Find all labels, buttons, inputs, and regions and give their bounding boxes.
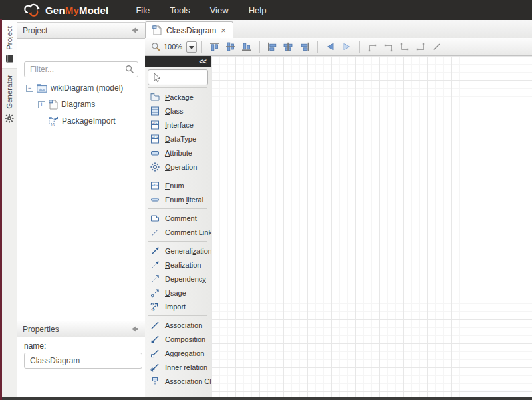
properties-panel-title: Properties xyxy=(23,325,59,334)
palette-item-label: Generalization xyxy=(165,247,211,255)
align-bottom-icon xyxy=(241,41,253,52)
align-middle-button[interactable] xyxy=(223,39,239,54)
palette-collapse-button[interactable]: << xyxy=(199,58,206,65)
palette-item-datatype[interactable]: «D» DataType xyxy=(145,132,211,146)
palette-separator xyxy=(148,208,207,209)
align-left-button[interactable] xyxy=(265,39,281,54)
palette-item-label: Class xyxy=(165,107,184,115)
palette-item-label: Composition xyxy=(165,335,205,343)
palette-item-usage[interactable]: Usage xyxy=(145,286,211,300)
side-tab-project[interactable]: Project xyxy=(2,20,17,69)
tab-classdiagram[interactable]: ClassDiagram × xyxy=(145,21,233,39)
palette-item-comment[interactable]: Comment xyxy=(145,211,211,225)
zoom-level-value: 100% xyxy=(164,43,182,51)
flip-left-icon xyxy=(325,41,336,52)
palette-item-dependency[interactable]: Dependency xyxy=(145,272,211,286)
filter-input[interactable] xyxy=(24,61,138,77)
menu-tools[interactable]: Tools xyxy=(160,1,200,19)
palette-item-realization[interactable]: Realization xyxy=(145,258,211,272)
palette-item-label: Interface xyxy=(165,121,194,129)
align-top-button[interactable] xyxy=(207,39,223,54)
link-rectilinear-4-icon xyxy=(415,41,426,53)
package-icon xyxy=(150,93,160,102)
dependency-icon xyxy=(150,274,160,284)
collapse-expander-icon[interactable]: − xyxy=(26,85,33,92)
palette-item-package[interactable]: Package xyxy=(145,90,211,104)
palette-item-attribute[interactable]: Attribute xyxy=(145,146,211,160)
palette-item-comment-link[interactable]: Comment Link xyxy=(145,225,211,239)
palette-item-label: Attribute xyxy=(165,149,192,157)
brand-logo[interactable]: GenMyModel xyxy=(23,2,108,18)
tree-label: Diagrams xyxy=(61,100,95,109)
palette-item-label: Dependency xyxy=(165,275,206,283)
svg-text:«E»: «E» xyxy=(152,183,158,187)
align-right-button[interactable] xyxy=(297,39,313,54)
palette-item-label: Enum xyxy=(165,182,184,190)
palette-item-label: Inner relation xyxy=(165,363,207,371)
name-field[interactable] xyxy=(24,353,142,369)
palette-item-import[interactable]: ‹I› Import xyxy=(145,300,211,313)
selection-tool-button[interactable] xyxy=(148,69,208,85)
align-middle-icon xyxy=(225,41,237,52)
align-right-icon xyxy=(299,41,311,52)
palette-group: «E» Enum Enum literal xyxy=(145,178,211,206)
model-icon xyxy=(37,84,47,93)
flip-left-button[interactable] xyxy=(323,39,338,54)
tree-row-package-import[interactable]: ‹I› PackageImport xyxy=(38,116,143,126)
palette-item-enum[interactable]: «E» Enum xyxy=(145,178,211,192)
filter-row xyxy=(24,61,138,77)
palette-item-aggregation[interactable]: Aggregation xyxy=(145,346,211,360)
link-style-2-button[interactable] xyxy=(380,39,396,54)
menu-help[interactable]: Help xyxy=(239,1,277,19)
palette-item-association-class[interactable]: Association Cl... xyxy=(145,374,211,388)
left-panel-column: Project − wikiDiagram (model) xyxy=(17,20,146,397)
menu-view[interactable]: View xyxy=(200,1,239,19)
menu-file[interactable]: File xyxy=(126,1,160,19)
tab-close-icon[interactable]: × xyxy=(221,26,226,35)
project-tree: − wikiDiagram (model) + Diagrams xyxy=(26,83,143,132)
link-rectilinear-3-icon xyxy=(399,41,410,53)
aggregation-icon xyxy=(150,349,160,358)
zoom-dropdown-button[interactable] xyxy=(186,41,197,53)
palette-item-operation[interactable]: Operation xyxy=(145,160,211,174)
palette-item-composition[interactable]: Composition xyxy=(145,332,211,346)
link-style-oblique-button[interactable] xyxy=(428,39,444,54)
palette-item-interface[interactable]: «I» Interface xyxy=(145,118,211,132)
link-style-4-button[interactable] xyxy=(412,39,428,54)
comment-link-icon xyxy=(150,228,160,237)
palette-item-label: Package xyxy=(165,93,194,101)
link-style-1-button[interactable] xyxy=(364,39,380,54)
window-left-edge xyxy=(0,19,2,400)
flip-right-button[interactable] xyxy=(338,39,354,54)
palette-group: Comment Comment Link xyxy=(145,211,211,239)
palette-item-class[interactable]: Class xyxy=(145,104,211,118)
import-icon: ‹I› xyxy=(150,302,160,311)
align-bottom-button[interactable] xyxy=(239,39,255,54)
diagram-canvas[interactable] xyxy=(211,56,532,397)
link-style-3-button[interactable] xyxy=(396,39,412,54)
comment-icon xyxy=(150,214,160,223)
palette-separator xyxy=(148,315,207,316)
palette-item-association[interactable]: Association xyxy=(145,318,211,332)
palette-item-label: Usage xyxy=(165,289,186,297)
side-tab-generator[interactable]: Generator xyxy=(2,69,17,128)
expand-expander-icon[interactable]: + xyxy=(38,101,45,108)
tab-label: ClassDiagram xyxy=(166,26,216,35)
palette-item-generalization[interactable]: Generalization xyxy=(145,244,211,258)
palette-item-inner-relation[interactable]: Inner relation xyxy=(145,360,211,374)
side-tab-generator-label: Generator xyxy=(5,75,13,109)
palette-item-enum-literal[interactable]: Enum literal xyxy=(145,192,211,206)
align-center-button[interactable] xyxy=(281,39,297,54)
svg-text:‹I›: ‹I› xyxy=(151,307,155,311)
tree-row-diagrams[interactable]: + Diagrams xyxy=(38,99,143,110)
name-field-label: name: xyxy=(24,341,46,351)
palette-item-label: Import xyxy=(165,303,186,311)
operation-gear-icon xyxy=(150,162,160,172)
project-panel-header: Project xyxy=(17,22,145,39)
align-left-icon xyxy=(267,41,279,52)
menubar: File Tools View Help xyxy=(126,1,276,19)
tree-row-model[interactable]: − wikiDiagram (model) xyxy=(26,83,143,93)
properties-collapse-arrow-icon[interactable] xyxy=(130,325,139,333)
project-collapse-arrow-icon[interactable] xyxy=(130,26,139,35)
palette-item-label: Aggregation xyxy=(165,349,204,357)
